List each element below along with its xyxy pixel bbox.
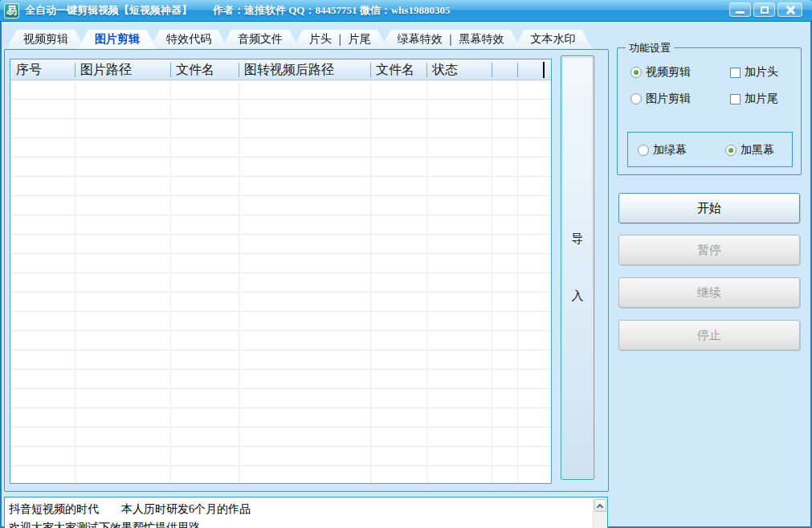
column-header-5[interactable]: 状态: [426, 59, 492, 80]
action-button-3[interactable]: 停止: [618, 320, 800, 350]
tab-6[interactable]: 文本水印: [513, 30, 592, 49]
chevron-up-icon: [597, 503, 603, 510]
tab-0[interactable]: 视频剪辑: [6, 30, 85, 49]
radio-screen-1[interactable]: 加黑幕: [725, 143, 774, 158]
status-line-1: 抖音短视频的时代 本人历时研发6个月的作品: [9, 500, 603, 518]
status-box[interactable]: 抖音短视频的时代 本人历时研发6个月的作品 欢迎大家大家测试下效果帮忙提供思路: [4, 497, 608, 528]
checkbox-clip-1-label: 加片尾: [745, 92, 778, 106]
tab-2[interactable]: 特效代码: [149, 30, 228, 49]
tab-5[interactable]: 绿幕特效 ｜ 黑幕特效: [381, 30, 521, 49]
window-title: 全自动一键剪辑视频【短视频神器】: [25, 3, 192, 18]
app-window: 易 全自动一键剪辑视频【短视频神器】 作者：速推软件 QQ：84457751 微…: [0, 0, 812, 528]
maximize-icon: [761, 6, 769, 14]
import-button[interactable]: 导 入: [561, 55, 594, 480]
maximize-button[interactable]: [753, 2, 775, 17]
tab-4[interactable]: 片头 ｜ 片尾: [292, 30, 388, 49]
tab-3[interactable]: 音频文件: [221, 30, 300, 49]
window-controls: [729, 2, 802, 17]
scroll-up-button[interactable]: [594, 499, 606, 512]
file-table[interactable]: 序号图片路径文件名图转视频后路径文件名状态: [10, 59, 552, 484]
radio-icon[interactable]: [630, 67, 642, 78]
radio-icon[interactable]: [725, 145, 737, 156]
table-header: 序号图片路径文件名图转视频后路径文件名状态: [10, 59, 551, 80]
minimize-button[interactable]: [729, 2, 751, 17]
radio-screen-0[interactable]: 加绿幕: [638, 143, 687, 158]
column-gridline: [370, 80, 371, 483]
radio-mode-1-label: 图片剪辑: [646, 92, 691, 106]
column-gridline: [239, 80, 239, 483]
column-gridline: [492, 80, 492, 483]
app-icon: 易: [4, 3, 19, 18]
checkbox-icon[interactable]: [730, 68, 741, 78]
screen-option-box: 加绿幕加黑幕: [627, 132, 793, 167]
radio-mode-1[interactable]: 图片剪辑: [630, 92, 691, 106]
radio-screen-0-label: 加绿幕: [653, 143, 687, 158]
settings-groupbox: 功能设置 加绿幕加黑幕 视频剪辑图片剪辑加片头加片尾: [617, 47, 802, 175]
settings-group-title: 功能设置: [626, 41, 674, 55]
import-button-char-2: 入: [572, 289, 584, 304]
checkbox-clip-0[interactable]: 加片头: [730, 65, 778, 80]
radio-icon[interactable]: [630, 93, 642, 104]
action-button-2[interactable]: 继续: [618, 277, 800, 308]
column-gridline: [75, 80, 75, 483]
column-header-0[interactable]: 序号: [10, 59, 75, 80]
column-header-2[interactable]: 文件名: [170, 59, 239, 80]
table-body[interactable]: [10, 80, 551, 483]
title-bar: 易 全自动一键剪辑视频【短视频神器】 作者：速推软件 QQ：84457751 微…: [0, 0, 812, 22]
radio-icon[interactable]: [638, 145, 649, 156]
checkbox-clip-1[interactable]: 加片尾: [730, 92, 778, 106]
column-header-1[interactable]: 图片路径: [75, 59, 170, 80]
close-icon: [785, 5, 795, 14]
checkbox-clip-0-label: 加片头: [745, 65, 778, 80]
column-gridline: [517, 80, 518, 483]
status-line-2: 欢迎大家大家测试下效果帮忙提供思路: [9, 518, 603, 528]
column-header-4[interactable]: 文件名: [370, 59, 426, 80]
header-edit-caret: [543, 62, 545, 78]
close-button[interactable]: [777, 2, 802, 17]
column-header-7[interactable]: [517, 59, 551, 80]
radio-screen-1-label: 加黑幕: [741, 143, 774, 158]
action-button-0[interactable]: 开始: [618, 193, 800, 223]
author-info: 作者：速推软件 QQ：84457751 微信：whs19880305: [213, 3, 450, 18]
action-button-1[interactable]: 暂停: [618, 235, 800, 265]
column-gridline: [170, 80, 171, 483]
import-button-char-1: 导: [572, 231, 584, 247]
column-header-3[interactable]: 图转视频后路径: [239, 59, 370, 80]
minimize-icon: [736, 11, 745, 14]
radio-mode-0-label: 视频剪辑: [646, 65, 691, 80]
column-gridline: [426, 80, 427, 483]
checkbox-icon[interactable]: [730, 94, 741, 104]
radio-mode-0[interactable]: 视频剪辑: [630, 65, 691, 80]
tab-content-panel: 序号图片路径文件名图转视频后路径文件名状态 导 入: [4, 49, 609, 492]
tab-strip: 视频剪辑图片剪辑特效代码音频文件片头 ｜ 片尾绿幕特效 ｜ 黑幕特效文本水印: [6, 30, 592, 49]
status-scrollbar[interactable]: [593, 498, 606, 528]
column-header-6[interactable]: [492, 59, 517, 80]
tab-1[interactable]: 图片剪辑: [78, 30, 157, 49]
